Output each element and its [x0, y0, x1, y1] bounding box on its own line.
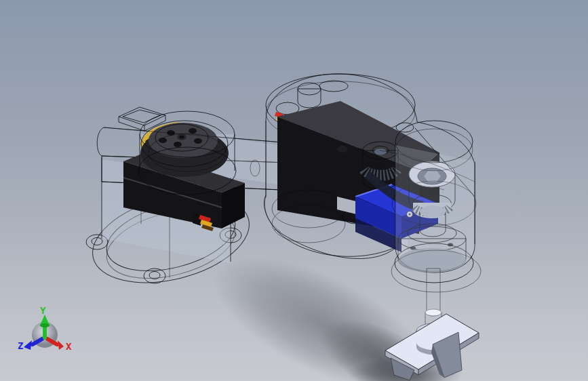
model-scene[interactable]: X Y Z [0, 0, 588, 381]
orientation-triad: X Y Z [18, 305, 72, 352]
cad-viewport[interactable]: X Y Z [0, 0, 588, 381]
wrist-glass [395, 145, 475, 271]
z-axis-label: Z [18, 340, 23, 351]
forearm-assembly[interactable] [264, 74, 481, 292]
x-axis-label: X [66, 341, 72, 352]
y-axis-label: Y [40, 305, 46, 316]
